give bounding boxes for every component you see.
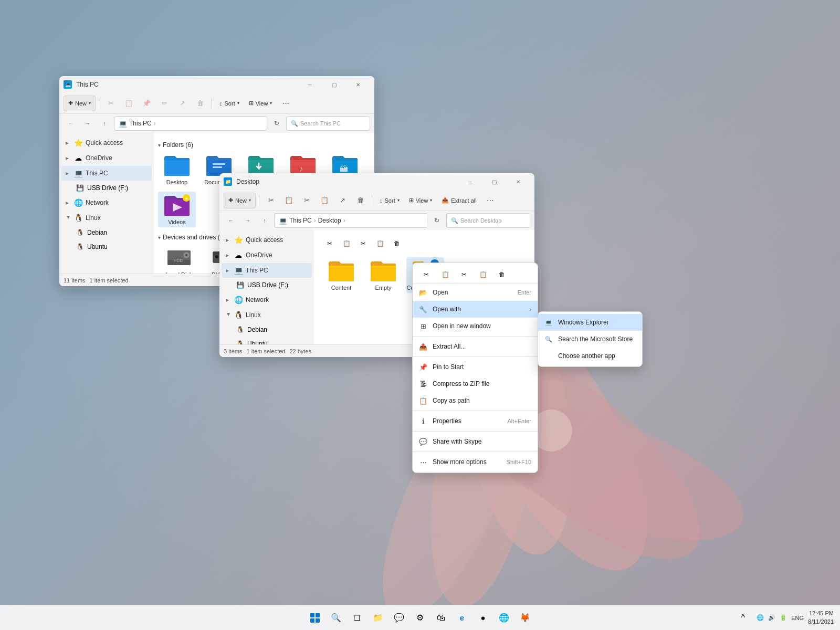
store-search-icon: 🔍	[544, 335, 553, 343]
edge-taskbar-button[interactable]: e	[453, 608, 471, 627]
store-taskbar-button[interactable]: 🛍	[432, 608, 450, 627]
expand-icon4: ▶	[226, 268, 231, 273]
folder-cut-btn[interactable]: ✂	[322, 236, 337, 251]
submenu-ms-store[interactable]: 🔍 Search the Microsoft Store	[538, 331, 642, 348]
new-icon-this-pc: ✚	[68, 100, 73, 107]
folder-videos[interactable]: ★ Videos	[158, 192, 196, 227]
maximize-btn-desktop[interactable]: ▢	[482, 173, 506, 190]
ctx-properties[interactable]: ℹ Properties Alt+Enter	[413, 413, 538, 429]
rename-btn-desktop[interactable]: 📋	[316, 193, 333, 208]
sidebar-item-network[interactable]: ▶ 🌐 Network	[61, 195, 152, 210]
sidebar2-item-thispc[interactable]: ▶ 💻 This PC	[222, 263, 312, 278]
ctx-copy-icon[interactable]: 📋	[438, 267, 453, 282]
folder-paste-btn[interactable]: 📋	[373, 236, 387, 251]
taskbar-clock[interactable]: 12:45 PM 8/11/2021	[808, 610, 834, 626]
paste-btn-desktop[interactable]: ✂	[298, 193, 315, 208]
forward-btn-desktop[interactable]: →	[240, 213, 255, 228]
more-taskbar-apps[interactable]: ●	[474, 608, 492, 627]
sidebar-item-thispc[interactable]: ▶ 💻 This PC	[61, 166, 152, 181]
view-btn-this-pc[interactable]: ⊞ View ▾	[245, 96, 277, 111]
view-btn-desktop[interactable]: ⊞ View ▾	[405, 193, 437, 208]
settings-taskbar-button[interactable]: ⚙	[411, 608, 429, 627]
new-button-this-pc[interactable]: ✚ New ▾	[64, 96, 96, 111]
sort-btn-desktop[interactable]: ↕ Sort ▾	[375, 193, 404, 208]
sidebar2-item-network[interactable]: ▶ 🌐 Network	[222, 292, 312, 307]
minimize-btn-desktop[interactable]: ─	[458, 173, 482, 190]
back-btn-this-pc[interactable]: ←	[64, 116, 78, 131]
more-btn-this-pc[interactable]: ···	[277, 96, 294, 111]
ctx-rename-icon[interactable]: 📋	[476, 267, 490, 282]
sidebar-item-ubuntu[interactable]: 🐧 Ubuntu	[61, 240, 152, 254]
start-button[interactable]	[306, 608, 324, 627]
sidebar2-item-debian[interactable]: 🐧 Debian	[222, 323, 312, 337]
search-button[interactable]: 🔍	[327, 608, 345, 627]
folder-empty[interactable]: Empty	[364, 257, 402, 293]
ctx-compress-zip[interactable]: 🗜 Compress to ZIP file	[413, 375, 538, 392]
folders-section-header[interactable]: ▾ Folders (6)	[158, 141, 370, 149]
new-button-desktop[interactable]: ✚ New ▾	[224, 193, 256, 208]
taskbar-language[interactable]: ENG	[791, 615, 804, 621]
explorer-taskbar-button[interactable]: 📁	[369, 608, 387, 627]
sidebar-item-debian[interactable]: 🐧 Debian	[61, 226, 152, 239]
sidebar-item-quickaccess[interactable]: ▶ ⭐ Quick access	[61, 135, 152, 150]
taskbar-volume[interactable]: 🔊	[768, 614, 775, 621]
submenu-windows-explorer[interactable]: 💻 Windows Explorer	[538, 314, 642, 331]
refresh-btn-this-pc[interactable]: ↻	[269, 116, 284, 131]
path-this-pc[interactable]: 💻 This PC ›	[114, 116, 267, 131]
ctx-open[interactable]: 📂 Open Enter	[413, 284, 538, 301]
folder-cut2-btn[interactable]: ✂	[356, 236, 371, 251]
ctx-open-new-window[interactable]: ⊞ Open in new window	[413, 318, 538, 334]
taskview-button[interactable]: ❑	[348, 608, 366, 627]
copy-btn-desktop[interactable]: 📋	[280, 193, 297, 208]
forward-btn-this-pc[interactable]: →	[80, 116, 95, 131]
delete-btn-desktop[interactable]: 🗑	[352, 193, 369, 208]
chrome-taskbar-button[interactable]: 🌐	[495, 608, 513, 627]
more-btn-desktop[interactable]: ···	[482, 193, 499, 208]
sidebar-item-linux[interactable]: ▶ 🐧 Linux	[61, 211, 152, 225]
ctx-paste-icon[interactable]: ✂	[457, 267, 471, 282]
refresh-btn-desktop[interactable]: ↻	[429, 213, 444, 228]
submenu-choose-app[interactable]: Choose another app	[538, 348, 642, 364]
ctx-copy-path[interactable]: 📋 Copy as path	[413, 392, 538, 409]
folder-content[interactable]: Content	[322, 257, 360, 293]
sidebar2-item-onedrive[interactable]: ▶ ☁ OneDrive	[222, 248, 312, 262]
taskbar-network[interactable]: 🌐	[757, 614, 764, 621]
folder-delete-btn[interactable]: 🗑	[390, 236, 404, 251]
drive-c[interactable]: HDD Local Disk (C:)	[158, 244, 200, 274]
taskbar-chevron-up[interactable]: ^	[733, 608, 752, 627]
ctx-open-with[interactable]: 🔧 Open with › 💻 Windows Explorer 🔍 Searc…	[413, 301, 538, 318]
extract-btn-desktop[interactable]: 📤 Extract all	[437, 193, 480, 208]
extra-taskbar-button[interactable]: 🦊	[516, 608, 534, 627]
sidebar-item-usbdrive[interactable]: 💾 USB Drive (F:)	[61, 181, 152, 195]
skype-taskbar-button[interactable]: 💬	[390, 608, 408, 627]
search-box-this-pc[interactable]: 🔍 Search This PC	[286, 116, 370, 131]
ctx-delete-icon[interactable]: 🗑	[495, 267, 509, 282]
sidebar-item-onedrive[interactable]: ▶ ☁ OneDrive	[61, 151, 152, 165]
back-btn-desktop[interactable]: ←	[224, 213, 238, 228]
up-btn-desktop[interactable]: ↑	[257, 213, 272, 228]
folder-copy-btn[interactable]: 📋	[339, 236, 354, 251]
search-box-desktop[interactable]: 🔍 Search Desktop	[446, 213, 530, 228]
maximize-btn-this-pc[interactable]: ▢	[322, 76, 346, 93]
volume-icon-sys: 🔊	[768, 614, 775, 621]
minimize-btn-this-pc[interactable]: ─	[298, 76, 322, 93]
close-btn-this-pc[interactable]: ✕	[346, 76, 370, 93]
path-desktop[interactable]: 💻 This PC › Desktop ›	[274, 213, 427, 228]
ctx-pin-start[interactable]: 📌 Pin to Start	[413, 359, 538, 375]
ctx-extract-all[interactable]: 📤 Extract All...	[413, 338, 538, 355]
sidebar2-item-ubuntu[interactable]: 🐧 Ubuntu	[222, 337, 312, 344]
sidebar2-item-usbdrive[interactable]: 💾 USB Drive (F:)	[222, 278, 312, 292]
cut-btn-desktop[interactable]: ✂	[262, 193, 279, 208]
ctx-cut-icon[interactable]: ✂	[419, 267, 434, 282]
ctx-show-more[interactable]: ⋯ Show more options Shift+F10	[413, 454, 538, 470]
share-btn-desktop[interactable]: ↗	[334, 193, 351, 208]
folder-desktop[interactable]: Desktop	[158, 152, 196, 187]
close-btn-desktop[interactable]: ✕	[506, 173, 530, 190]
ctx-share-skype[interactable]: 💬 Share with Skype	[413, 433, 538, 450]
up-btn-this-pc[interactable]: ↑	[97, 116, 112, 131]
taskbar-battery[interactable]: 🔋	[780, 614, 787, 621]
sort-btn-this-pc[interactable]: ↕ Sort ▾	[215, 96, 244, 111]
sidebar2-item-linux[interactable]: ▶ 🐧 Linux	[222, 308, 312, 322]
sidebar2-item-quickaccess[interactable]: ▶ ⭐ Quick access	[222, 233, 312, 247]
desktop-items-count: 3 items	[224, 348, 242, 354]
